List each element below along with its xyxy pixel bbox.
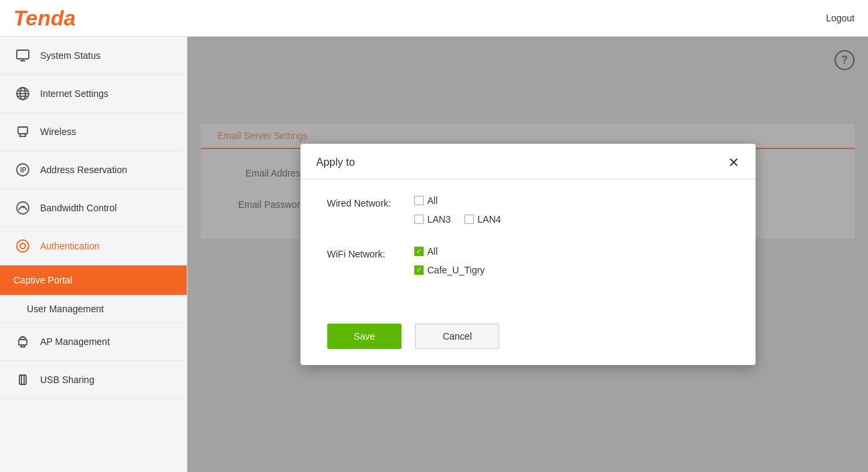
cafe-checkbox-item[interactable]: Cafe_U_Tigry (414, 265, 485, 275)
wifi-all-checkbox[interactable] (414, 247, 424, 256)
sidebar-item-label: Authentication (40, 241, 100, 251)
lan4-label: LAN4 (478, 214, 501, 225)
modal-footer: Save Cancel (300, 313, 756, 365)
lan4-checkbox[interactable] (464, 215, 474, 224)
sidebar: System Status Internet Settings (0, 37, 187, 472)
wired-all-checkbox[interactable] (414, 196, 424, 205)
lan4-checkbox-item[interactable]: LAN4 (464, 214, 501, 225)
cafe-checkbox[interactable] (414, 265, 424, 275)
lan3-checkbox-item[interactable]: LAN3 (414, 214, 451, 225)
cafe-label: Cafe_U_Tigry (428, 265, 485, 275)
content-area: ? Email Server Settings Email Address: E… (187, 37, 868, 472)
wired-network-options: All LAN3 LAN4 (414, 195, 729, 233)
svg-point-17 (20, 243, 25, 249)
wifi-network-label: WiFi Network: (327, 246, 414, 283)
main-layout: System Status Internet Settings (0, 37, 868, 472)
sidebar-item-label: Wireless (40, 126, 76, 137)
modal-overlay: Apply to ✕ Wired Network: All (187, 37, 868, 472)
wifi-all-label: All (428, 246, 438, 257)
sidebar-item-label: System Status (40, 50, 100, 61)
sidebar-item-usb-sharing[interactable]: USB Sharing (0, 361, 187, 399)
svg-point-16 (17, 240, 29, 252)
sidebar-item-label: User Management (27, 304, 104, 314)
modal-close-button[interactable]: ✕ (728, 156, 740, 169)
lan3-checkbox[interactable] (414, 215, 424, 224)
wired-network-row: Wired Network: All (327, 195, 729, 233)
sidebar-item-internet-settings[interactable]: Internet Settings (0, 75, 187, 113)
ap-icon (13, 332, 32, 351)
wired-all-row: All (414, 195, 729, 206)
wireless-icon (13, 122, 32, 141)
logo: Tenda (13, 6, 76, 31)
apply-to-modal: Apply to ✕ Wired Network: All (300, 144, 756, 365)
sidebar-item-label: Bandwidth Control (40, 203, 116, 213)
monitor-icon (13, 46, 32, 65)
sidebar-item-wireless[interactable]: Wireless (0, 113, 187, 151)
cancel-button[interactable]: Cancel (415, 324, 499, 349)
modal-body: Wired Network: All (300, 179, 756, 313)
sidebar-item-system-status[interactable]: System Status (0, 37, 187, 75)
globe-icon (13, 84, 32, 103)
lan3-label: LAN3 (428, 214, 451, 225)
sidebar-item-user-management[interactable]: User Management (0, 296, 187, 323)
wifi-all-checkbox-item[interactable]: All (414, 246, 438, 257)
wired-all-checkbox-item[interactable]: All (414, 195, 438, 206)
logout-button[interactable]: Logout (826, 13, 855, 23)
header: Tenda Logout (0, 0, 868, 37)
ip-icon: IP (13, 160, 32, 179)
wired-network-label: Wired Network: (327, 195, 414, 233)
svg-text:IP: IP (20, 166, 27, 174)
sidebar-item-authentication[interactable]: Authentication (0, 227, 187, 265)
sidebar-item-label: USB Sharing (40, 374, 94, 385)
modal-title: Apply to (317, 156, 355, 168)
wifi-network-options: All Cafe_U_Tigry (414, 246, 729, 283)
sidebar-item-label: AP Management (40, 336, 110, 347)
sidebar-item-captive-portal[interactable]: Captive Portal (0, 265, 187, 296)
save-button[interactable]: Save (327, 324, 402, 349)
usb-icon (13, 370, 32, 389)
wifi-all-row: All (414, 246, 729, 257)
svg-rect-18 (19, 340, 27, 345)
sidebar-item-label: Captive Portal (13, 275, 72, 285)
sidebar-item-label: Internet Settings (40, 88, 108, 99)
wired-lan-row: LAN3 LAN4 (414, 214, 729, 225)
auth-icon (13, 237, 32, 255)
wifi-ssid-row: Cafe_U_Tigry (414, 265, 729, 275)
sidebar-item-ap-management[interactable]: AP Management (0, 323, 187, 361)
wifi-network-row: WiFi Network: All (327, 246, 729, 283)
modal-header: Apply to ✕ (300, 144, 756, 179)
wired-all-label: All (428, 195, 438, 206)
sidebar-item-address-reservation[interactable]: IP Address Reservation (0, 151, 187, 189)
svg-rect-8 (18, 127, 27, 134)
bandwidth-icon (13, 199, 32, 217)
sidebar-item-bandwidth-control[interactable]: Bandwidth Control (0, 189, 187, 227)
svg-rect-0 (17, 50, 29, 59)
svg-rect-22 (19, 375, 26, 384)
sidebar-item-label: Address Reservation (40, 164, 127, 175)
